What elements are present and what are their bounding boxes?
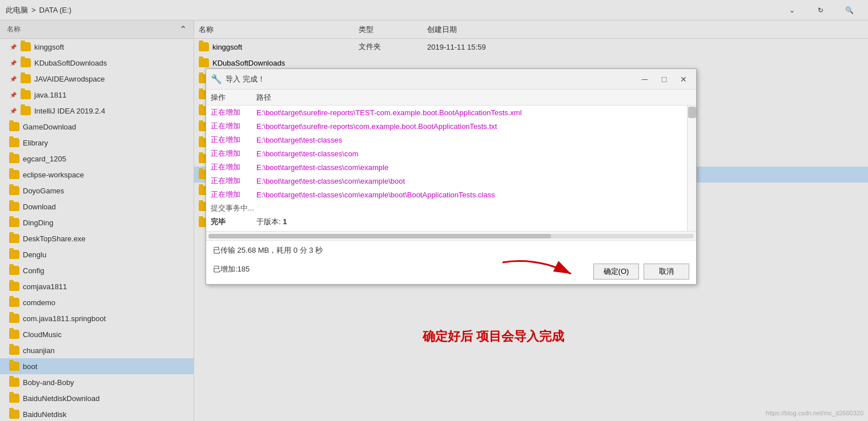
dialog-title-text: 导入 完成！ xyxy=(226,74,633,84)
log-row-task: 提交事务中... xyxy=(206,201,696,215)
log-action: 正在增加 xyxy=(211,162,256,172)
annotation-text: 确定好后 项目会导入完成 xyxy=(423,328,564,345)
import-complete-dialog: 🔧 导入 完成！ ─ □ ✕ 操作 路径 正在增加 E:\boot\target… xyxy=(206,68,697,285)
log-action: 正在增加 xyxy=(211,135,256,145)
dialog-title-icon: 🔧 xyxy=(211,74,222,84)
log-path: E:\boot\target\surefire-reports\com.exam… xyxy=(256,122,692,131)
log-content-wrapper: 正在增加 E:\boot\target\surefire-reports\TES… xyxy=(206,106,696,231)
log-row: 正在增加 E:\boot\target\test-classes\com\exa… xyxy=(206,174,696,188)
log-col-path-header: 路径 xyxy=(256,92,682,103)
dialog-minimize-btn[interactable]: ─ xyxy=(637,72,653,86)
log-path: E:\boot\target\test-classes\com xyxy=(256,149,692,158)
log-action: 正在增加 xyxy=(211,176,256,186)
log-content[interactable]: 正在增加 E:\boot\target\surefire-reports\TES… xyxy=(206,106,696,231)
dialog-body: 操作 路径 正在增加 E:\boot\target\surefire-repor… xyxy=(206,90,696,240)
log-action: 提交事务中... xyxy=(211,203,256,213)
dialog-footer: 已传输 25.68 MB，耗用 0 分 3 秒 已增加:185 确定(O) 取消 xyxy=(206,240,696,284)
log-row: 正在增加 E:\boot\target\test-classes\com xyxy=(206,147,696,160)
horizontal-scrollbar[interactable] xyxy=(206,231,696,240)
dialog-maximize-btn[interactable]: □ xyxy=(656,72,672,86)
log-action: 完毕 xyxy=(211,217,256,227)
dialog-close-btn[interactable]: ✕ xyxy=(676,72,692,86)
log-path: 于版本: 1 xyxy=(256,217,692,227)
footer-bottom-row: 已增加:185 确定(O) 取消 xyxy=(213,259,689,280)
confirm-button[interactable]: 确定(O) xyxy=(593,264,639,280)
cancel-button[interactable]: 取消 xyxy=(644,264,689,280)
log-col-action-header: 操作 xyxy=(211,92,256,103)
log-path: E:\boot\target\test-classes\com\example xyxy=(256,163,692,172)
log-action: 正在增加 xyxy=(211,121,256,131)
log-row: 正在增加 E:\boot\target\test-classes xyxy=(206,133,696,147)
transfer-info: 已传输 25.68 MB，耗用 0 分 3 秒 xyxy=(213,245,689,256)
log-row: 正在增加 E:\boot\target\surefire-reports\com… xyxy=(206,119,696,133)
log-table-header: 操作 路径 xyxy=(206,90,696,106)
log-row: 正在增加 E:\boot\target\test-classes\com\exa… xyxy=(206,160,696,174)
hscroll-track xyxy=(208,234,694,238)
log-scrollbar[interactable] xyxy=(687,106,696,231)
log-row: 正在增加 E:\boot\target\test-classes\com\exa… xyxy=(206,188,696,201)
count-info: 已增加:185 xyxy=(213,264,250,274)
log-path: E:\boot\target\test-classes\com\example\… xyxy=(256,191,692,199)
log-path: E:\boot\target\test-classes\com\example\… xyxy=(256,177,692,185)
hscroll-thumb xyxy=(208,234,551,238)
arrow-annotation xyxy=(491,251,582,285)
log-path: E:\boot\target\surefire-reports\TEST-com… xyxy=(256,108,692,117)
log-row-complete: 完毕 于版本: 1 xyxy=(206,215,696,229)
log-action: 正在增加 xyxy=(211,189,256,200)
dialog-buttons: 确定(O) 取消 xyxy=(593,264,689,280)
log-path: E:\boot\target\test-classes xyxy=(256,136,692,144)
log-action: 正在增加 xyxy=(211,148,256,159)
dialog-titlebar: 🔧 导入 完成！ ─ □ ✕ xyxy=(206,69,696,90)
watermark: https://blog.csdn.net/mc_d2660320 xyxy=(766,410,863,416)
log-row: 正在增加 E:\boot\target\surefire-reports\TES… xyxy=(206,106,696,119)
scrollbar-thumb xyxy=(688,107,696,118)
log-action: 正在增加 xyxy=(211,107,256,118)
